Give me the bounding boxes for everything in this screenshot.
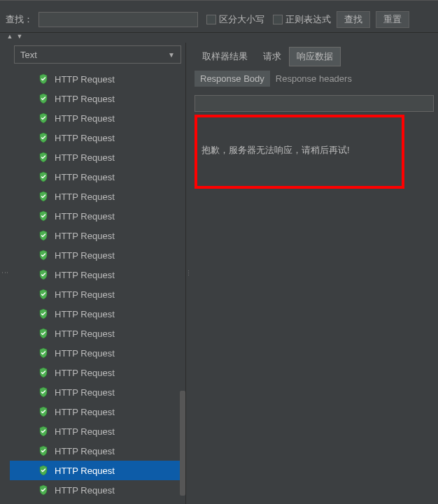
- tree-item[interactable]: HTTP Request: [10, 402, 185, 422]
- tree-item-label: HTTP Request: [55, 368, 115, 378]
- shield-check-icon: [38, 250, 49, 261]
- reset-button[interactable]: 重置: [376, 11, 409, 28]
- case-sensitive-wrap: 区分大小写: [206, 13, 264, 26]
- tree-item[interactable]: HTTP Request: [10, 343, 185, 363]
- sub-tab-response-headers[interactable]: Response headers: [270, 71, 358, 87]
- regex-label: 正则表达式: [285, 13, 331, 26]
- shield-check-icon: [38, 289, 49, 300]
- main-area: ⋮ Text ▼ HTTP Request HTTP Request HTTP …: [0, 43, 438, 504]
- case-sensitive-label: 区分大小写: [219, 13, 264, 26]
- shield-check-icon: [38, 308, 49, 319]
- tree-item-label: HTTP Request: [55, 289, 115, 300]
- tree-item-label: HTTP Request: [55, 485, 115, 496]
- tree-item[interactable]: HTTP Request: [10, 324, 185, 343]
- tree-item-label: HTTP Request: [55, 387, 115, 398]
- search-input[interactable]: [38, 12, 198, 27]
- chevron-down-icon: ▼: [168, 51, 175, 59]
- tree-item-label: HTTP Request: [55, 113, 115, 124]
- shield-check-icon: [38, 132, 49, 143]
- tab-sampler-result[interactable]: 取样器结果: [195, 47, 255, 66]
- request-tree: HTTP Request HTTP Request HTTP Request H…: [10, 68, 185, 504]
- shield-check-icon: [38, 426, 49, 437]
- main-tabs: 取样器结果 请求 响应数据: [190, 43, 438, 66]
- sub-tab-response-body[interactable]: Response Body: [195, 71, 270, 87]
- shield-check-icon: [38, 387, 49, 398]
- shield-check-icon: [38, 484, 49, 496]
- tree-item-label: HTTP Request: [55, 152, 115, 163]
- sub-tabs: Response Body Response headers: [190, 66, 438, 91]
- search-bar: 查找： 区分大小写 正则表达式 查找 重置: [0, 7, 438, 33]
- shield-check-icon: [38, 367, 49, 378]
- tree-item-label: HTTP Request: [55, 133, 115, 143]
- tab-response-data[interactable]: 响应数据: [289, 47, 341, 66]
- tree-item-label: HTTP Request: [55, 446, 115, 456]
- shield-check-icon: [38, 406, 49, 417]
- shield-check-icon: [38, 210, 49, 222]
- case-sensitive-checkbox[interactable]: [206, 15, 216, 24]
- tree-item[interactable]: HTTP Request: [10, 480, 185, 500]
- shield-check-icon: [38, 191, 49, 202]
- tree-item-label: HTTP Request: [55, 250, 115, 261]
- left-panel: Text ▼ HTTP Request HTTP Request HTTP Re…: [10, 43, 186, 504]
- tree-item[interactable]: HTTP Request: [10, 363, 185, 382]
- search-label: 查找：: [6, 13, 33, 26]
- arrow-down-icon[interactable]: ▼: [15, 33, 24, 43]
- content-wrap: 抱歉，服务器无法响应，请稍后再试!: [190, 91, 438, 504]
- tree-item[interactable]: HTTP Request: [10, 245, 185, 265]
- scrollbar[interactable]: [180, 391, 185, 496]
- shield-check-icon: [38, 445, 49, 456]
- top-border: [0, 0, 438, 7]
- tree-item[interactable]: HTTP Request: [10, 89, 185, 108]
- regex-checkbox[interactable]: [273, 15, 283, 24]
- tree-item-label: HTTP Request: [55, 94, 115, 104]
- tree-item-label: HTTP Request: [55, 426, 115, 437]
- tree-item[interactable]: HTTP Request: [10, 167, 185, 187]
- tree-item[interactable]: HTTP Request: [10, 304, 185, 324]
- tree-item[interactable]: HTTP Request: [10, 226, 185, 245]
- tree-item-label: HTTP Request: [55, 211, 115, 222]
- tree-item-label: HTTP Request: [55, 309, 115, 319]
- tree-item[interactable]: HTTP Request: [10, 265, 185, 285]
- arrow-up-icon[interactable]: ▲: [6, 33, 14, 43]
- tree-item[interactable]: HTTP Request: [10, 441, 185, 461]
- tree-item[interactable]: HTTP Request: [10, 206, 185, 226]
- tree-item-label: HTTP Request: [55, 192, 115, 202]
- format-dropdown[interactable]: Text ▼: [14, 45, 181, 64]
- tree-item[interactable]: HTTP Request: [10, 461, 185, 480]
- tree-item-label: HTTP Request: [55, 231, 115, 241]
- response-body-text: 抱歉，服务器无法响应，请稍后再试!: [202, 144, 350, 157]
- shield-check-icon: [38, 328, 49, 339]
- tree-item[interactable]: HTTP Request: [10, 147, 185, 167]
- right-panel: 取样器结果 请求 响应数据 Response Body Response hea…: [190, 43, 438, 504]
- shield-check-icon: [38, 171, 49, 182]
- nav-arrows: ▲ ▼: [0, 33, 438, 43]
- tree-item-label: HTTP Request: [55, 74, 115, 85]
- tree-item-label: HTTP Request: [55, 270, 115, 280]
- regex-wrap: 正则表达式: [273, 13, 331, 26]
- tree-item[interactable]: HTTP Request: [10, 422, 185, 441]
- content-field[interactable]: [195, 95, 434, 112]
- tree-item-label: HTTP Request: [55, 329, 115, 339]
- tree-item[interactable]: HTTP Request: [10, 187, 185, 206]
- find-button[interactable]: 查找: [337, 11, 370, 28]
- tab-request[interactable]: 请求: [255, 47, 289, 66]
- shield-check-icon: [38, 230, 49, 241]
- tree-item[interactable]: HTTP Request: [10, 285, 185, 304]
- tree-item[interactable]: HTTP Request: [10, 108, 185, 128]
- left-gutter: ⋮: [0, 43, 10, 504]
- dropdown-value: Text: [20, 50, 37, 60]
- tree-item[interactable]: HTTP Request: [10, 382, 185, 402]
- tree-item-label: HTTP Request: [55, 407, 115, 417]
- shield-check-icon: [38, 269, 49, 280]
- tree-item-label: HTTP Request: [55, 466, 115, 476]
- shield-check-icon: [38, 152, 49, 163]
- shield-check-icon: [38, 93, 49, 104]
- shield-check-icon: [38, 73, 49, 85]
- tree-item[interactable]: HTTP Request: [10, 69, 185, 89]
- shield-check-icon: [38, 113, 49, 124]
- tree-item-label: HTTP Request: [55, 348, 115, 359]
- tree-item[interactable]: HTTP Request: [10, 128, 185, 147]
- tree-item-label: HTTP Request: [55, 172, 115, 182]
- shield-check-icon: [38, 465, 49, 476]
- shield-check-icon: [38, 347, 49, 359]
